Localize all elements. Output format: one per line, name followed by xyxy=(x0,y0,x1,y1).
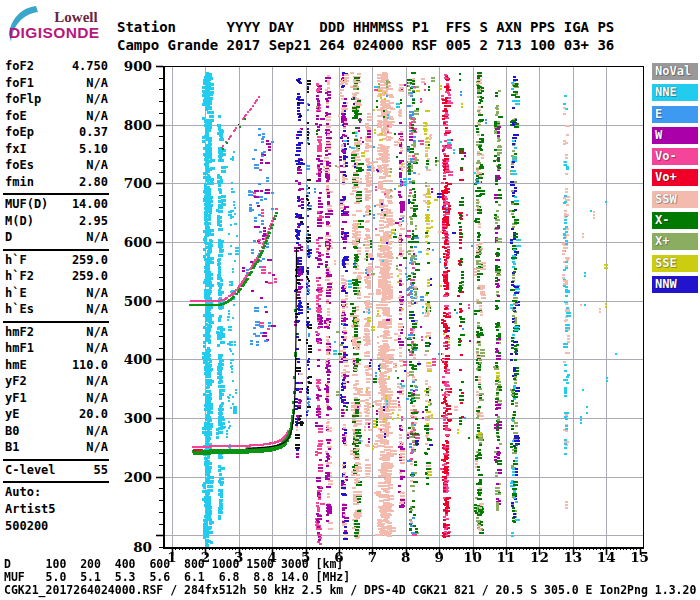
param-row-hf: h`F259.0 xyxy=(5,253,108,270)
y-axis-label-80: 80 xyxy=(116,539,152,555)
param-divider xyxy=(3,193,109,195)
legend-item-ssw: SSW xyxy=(652,191,698,208)
param-label: h`Es xyxy=(5,302,34,319)
param-label: fmin xyxy=(5,175,34,192)
param-row-he: h`EN/A xyxy=(5,286,108,303)
y-axis-label-600: 600 xyxy=(116,234,152,250)
param-value: 0.37 xyxy=(79,125,108,142)
param-value: 2.95 xyxy=(79,214,108,231)
x-axis-label-11: 11 xyxy=(493,549,519,565)
legend-item-e: E xyxy=(652,106,698,123)
param-row-clevel: C-level55 xyxy=(5,463,108,480)
param-label: foFlp xyxy=(5,92,41,109)
param-row-hmf1: hmF1N/A xyxy=(5,341,108,358)
param-row-b0: B0N/A xyxy=(5,424,108,441)
legend-item-vo: Vo- xyxy=(652,148,698,165)
logo-digisonde-text: DIGISONDE xyxy=(9,24,100,42)
param-value: N/A xyxy=(86,286,108,303)
param-value: N/A xyxy=(86,440,108,457)
param-row-b1: B1N/A xyxy=(5,440,108,457)
x-axis-label-8: 8 xyxy=(393,549,419,565)
param-divider xyxy=(3,481,109,483)
param-label: M(D) xyxy=(5,214,34,231)
param-label: hmE xyxy=(5,358,27,375)
param-row-hme: hmE110.0 xyxy=(5,358,108,375)
param-value: N/A xyxy=(86,424,108,441)
direction-legend: NoValNNEEWVo-Vo+SSWX-X+SSENNW xyxy=(652,63,698,297)
param-row-d: DN/A xyxy=(5,230,108,247)
param-row-md: M(D)2.95 xyxy=(5,214,108,231)
param-label: foE xyxy=(5,109,27,126)
param-label: yF1 xyxy=(5,391,27,408)
param-row-fof2: foF24.750 xyxy=(5,59,108,76)
param-row-fxi: fxI5.10 xyxy=(5,142,108,159)
param-row-mufd: MUF(D)14.00 xyxy=(5,197,108,214)
legend-item-nne: NNE xyxy=(652,84,698,101)
param-value: N/A xyxy=(86,230,108,247)
param-row-yf1: yF1N/A xyxy=(5,391,108,408)
param-label: foF2 xyxy=(5,59,34,76)
param-row-foes: foEsN/A xyxy=(5,158,108,175)
param-row-hmf2: hmF2N/A xyxy=(5,325,108,342)
autoscale-info-line: Auto: xyxy=(5,485,108,502)
param-value: N/A xyxy=(86,341,108,358)
param-label: yF2 xyxy=(5,374,27,391)
param-value: N/A xyxy=(86,76,108,93)
x-axis-label-15: 15 xyxy=(627,549,653,565)
legend-item-x: X- xyxy=(652,212,698,229)
autoscale-info-line: Artist5 xyxy=(5,502,108,519)
param-label: h`F2 xyxy=(5,269,34,286)
x-axis-label-13: 13 xyxy=(560,549,586,565)
status-line: CGK21_2017264024000.RSF / 284fx512h 50 k… xyxy=(4,584,696,597)
param-value: 5.10 xyxy=(79,142,108,159)
param-label: foF1 xyxy=(5,76,34,93)
param-label: hmF2 xyxy=(5,325,34,342)
y-axis-label-700: 700 xyxy=(116,175,152,191)
x-axis-label-14: 14 xyxy=(593,549,619,565)
param-label: MUF(D) xyxy=(5,197,48,214)
param-label: foEs xyxy=(5,158,34,175)
x-axis-label-7: 7 xyxy=(359,549,385,565)
param-row-ye: yE20.0 xyxy=(5,407,108,424)
param-row-foep: foEp0.37 xyxy=(5,125,108,142)
param-value: N/A xyxy=(86,391,108,408)
param-row-yf2: yF2N/A xyxy=(5,374,108,391)
param-label: h`E xyxy=(5,286,27,303)
ionogram-plot xyxy=(156,61,648,557)
y-axis-label-500: 500 xyxy=(116,293,152,309)
param-row-hf2: h`F2259.0 xyxy=(5,269,108,286)
param-value: N/A xyxy=(86,302,108,319)
param-value: 110.0 xyxy=(72,358,108,375)
legend-item-w: W xyxy=(652,127,698,144)
param-value: 20.0 xyxy=(79,407,108,424)
param-divider xyxy=(3,459,109,461)
y-axis-label-800: 800 xyxy=(116,117,152,133)
param-value: N/A xyxy=(86,92,108,109)
param-label: foEp xyxy=(5,125,34,142)
param-label: fxI xyxy=(5,142,27,159)
header-column-titles: Station YYYY DAY DDD HHMMSS P1 FFS S AXN… xyxy=(117,18,614,36)
param-value: 259.0 xyxy=(72,269,108,286)
param-value: N/A xyxy=(86,158,108,175)
param-label: D xyxy=(5,230,12,247)
param-divider xyxy=(3,321,109,323)
param-divider xyxy=(3,249,109,251)
y-axis-label-900: 900 xyxy=(116,58,152,74)
param-value: 14.00 xyxy=(72,197,108,214)
parameter-panel: foF24.750foF1N/AfoFlpN/AfoEN/AfoEp0.37fx… xyxy=(5,59,108,536)
param-row-fmin: fmin2.80 xyxy=(5,175,108,192)
param-value: 259.0 xyxy=(72,253,108,270)
x-axis-label-9: 9 xyxy=(426,549,452,565)
param-label: B0 xyxy=(5,424,19,441)
legend-item-x: X+ xyxy=(652,233,698,250)
param-row-foflp: foFlpN/A xyxy=(5,92,108,109)
legend-item-noval: NoVal xyxy=(652,63,698,80)
param-row-fof1: foF1N/A xyxy=(5,76,108,93)
autoscale-info-line: 500200 xyxy=(5,519,108,536)
param-value: 2.80 xyxy=(79,175,108,192)
legend-item-vo: Vo+ xyxy=(652,169,698,186)
y-axis-label-400: 400 xyxy=(116,351,152,367)
legend-item-nnw: NNW xyxy=(652,276,698,293)
header-station-values: Campo Grande 2017 Sep21 264 024000 RSF 0… xyxy=(117,36,614,54)
param-label: hmF1 xyxy=(5,341,34,358)
